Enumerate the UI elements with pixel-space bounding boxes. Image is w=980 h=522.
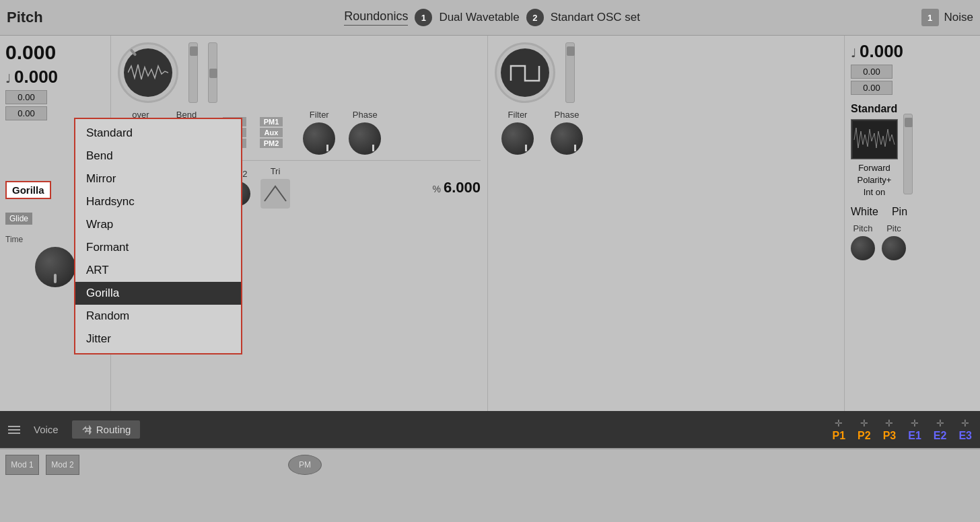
pm1-button-2[interactable]: PM1 [260, 117, 283, 126]
osc2-filter-label: Filter [508, 110, 528, 120]
osc2-wave-svg [508, 59, 542, 86]
bottom-bar: Voice Routing ✛ P1 ✛ P2 ✛ P3 [0, 411, 980, 448]
param-buttons-group: ✛ P1 ✛ P2 ✛ P3 ✛ E1 ✛ E2 ✛ E3 [833, 418, 972, 442]
routing-button[interactable]: Routing [72, 420, 141, 439]
osc2-section: Filter Phase [488, 36, 845, 411]
pct-symbol: % [432, 184, 440, 194]
forward-label: Forward Polarity+ Int on [851, 162, 898, 199]
p2-button[interactable]: P2 [858, 430, 871, 442]
e2-button[interactable]: E2 [934, 430, 947, 442]
osc2-slider[interactable] [565, 42, 575, 103]
noise-title: Noise [944, 11, 973, 24]
noise-waveform-svg [853, 121, 897, 158]
osc1-wavetable-knob[interactable] [118, 42, 178, 103]
osc2-name: Standart OSC set [551, 11, 640, 24]
pin-label: Pin [892, 206, 907, 218]
preset-name[interactable]: Roundonics [344, 9, 408, 26]
noise-val1[interactable]: 0.00 [851, 65, 893, 79]
osc1-filter-knob[interactable] [303, 122, 335, 155]
move-icon-e2: ✛ [936, 418, 944, 428]
noise-header: 1 Noise [921, 9, 973, 26]
pct-value: 6.000 [444, 179, 481, 196]
osc2-badge: 2 [526, 9, 544, 26]
e1-button[interactable]: E1 [908, 430, 921, 442]
osc1-slider1[interactable] [188, 42, 198, 103]
menu-icon[interactable] [8, 426, 20, 434]
osc1-slider2[interactable] [208, 42, 217, 103]
osc-header: Roundonics 1 Dual Wavetable 2 Standart O… [63, 9, 921, 26]
phase-label: Phase [353, 110, 378, 120]
noise-value: 0.000 [860, 41, 903, 62]
osc1-badge: 1 [415, 9, 432, 26]
pitch-val1[interactable]: 0.00 [5, 90, 47, 104]
tri-label: Tri [271, 166, 281, 176]
move-icon-p2: ✛ [860, 418, 868, 428]
dropdown-item-gorilla[interactable]: Gorilla [75, 282, 241, 305]
filter-label: Filter [310, 110, 329, 120]
dropdown-item-mirror[interactable]: Mirror [75, 167, 241, 190]
noise-waveform-display [851, 119, 898, 159]
glide-label: Glide [5, 213, 32, 225]
dropdown-item-random[interactable]: Random [75, 305, 241, 328]
p3-button[interactable]: P3 [883, 430, 897, 442]
note-icon: ♩ [5, 71, 11, 86]
noise-pitc-label: Pitc [886, 223, 901, 233]
dropdown-item-jitter[interactable]: Jitter [75, 328, 241, 350]
footer-pm-box[interactable]: PM [288, 455, 322, 475]
footer-pm-label: PM [299, 460, 311, 470]
waveform-dropdown: Standard Bend Mirror Hardsync Wrap Forma… [74, 118, 242, 355]
osc2-phase-knob[interactable] [551, 122, 583, 155]
wavetable-display-svg [128, 59, 168, 86]
noise-badge: 1 [921, 9, 939, 26]
move-icon-p1: ✛ [835, 418, 843, 428]
dropdown-item-standard[interactable]: Standard [75, 122, 241, 145]
voice-button[interactable]: Voice [34, 424, 59, 435]
noise-pitc-knob[interactable] [882, 236, 906, 260]
noise-pitch-knob[interactable] [851, 236, 875, 260]
p1-button[interactable]: P1 [833, 430, 846, 442]
noise-val2[interactable]: 0.00 [851, 81, 893, 95]
noise-section: ♩ 0.000 0.00 0.00 Standard Forward Polar… [845, 36, 980, 411]
noise-pitch-label: Pitch [853, 223, 873, 233]
footer-mod2-box[interactable]: Mod 2 [46, 455, 79, 475]
phase-knob-ind [372, 145, 374, 151]
osc2-filter-knob[interactable] [501, 122, 534, 155]
dropdown-item-art[interactable]: ART [75, 259, 241, 282]
osc2-wavetable-knob[interactable] [495, 42, 555, 103]
routing-icon [81, 425, 92, 435]
move-icon-e1: ✛ [911, 418, 919, 428]
e3-button[interactable]: E3 [958, 430, 972, 442]
tri-icon [260, 179, 290, 209]
dropdown-item-wrap[interactable]: Wrap [75, 213, 241, 236]
osc1-name: Dual Wavetable [439, 11, 519, 24]
noise-note-icon: ♩ [851, 46, 856, 61]
top-bar: Pitch Roundonics 1 Dual Wavetable 2 Stan… [0, 0, 980, 36]
standard-label: Standard [851, 103, 898, 115]
osc1-phase-knob[interactable] [349, 122, 381, 155]
aux-button-2[interactable]: Aux [260, 128, 283, 137]
dropdown-item-formant[interactable]: Formant [75, 236, 241, 259]
time-knob[interactable] [35, 247, 75, 287]
pitch-val2[interactable]: 0.00 [5, 106, 47, 120]
pitch-title: Pitch [7, 9, 43, 26]
footer-mod2-label: Mod 2 [51, 460, 73, 470]
pitch-value-main: 0.000 [5, 41, 56, 64]
pitch-value2: 0.000 [14, 67, 58, 87]
footer-mod1-label: Mod 1 [11, 460, 33, 470]
move-icon-p3: ✛ [885, 418, 893, 428]
footer-mod1-box[interactable]: Mod 1 [5, 455, 39, 475]
osc2-phase-label: Phase [555, 110, 580, 120]
synth-background: Pitch Roundonics 1 Dual Wavetable 2 Stan… [0, 0, 980, 522]
dropdown-item-hardsync[interactable]: Hardsync [75, 190, 241, 213]
filter-knob-ind [326, 145, 328, 151]
move-icon-e3: ✛ [961, 418, 969, 428]
footer: Mod 1 Mod 2 PM [0, 448, 980, 522]
white-label: White [851, 206, 878, 218]
noise-slider[interactable] [903, 114, 913, 194]
gorilla-selected-field[interactable]: Gorilla [5, 181, 51, 199]
dropdown-item-bend[interactable]: Bend [75, 145, 241, 167]
pm2-button-2[interactable]: PM2 [260, 139, 283, 148]
